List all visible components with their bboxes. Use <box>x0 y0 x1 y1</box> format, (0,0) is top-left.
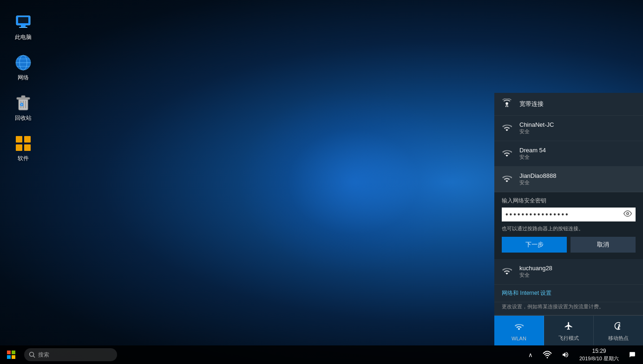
kuchuang-info: kuchuang28 安全 <box>519 265 552 279</box>
broadband-icon <box>502 98 513 110</box>
chinanet-info: ChinaNet-JC 安全 <box>519 121 554 135</box>
desktop-glow <box>237 89 470 275</box>
quick-btn-hotspot[interactable]: 移动热点 <box>594 316 643 345</box>
svg-point-31 <box>627 213 629 215</box>
desktop-icon-recycle-bin[interactable]: ♻ 回收站 <box>5 90 42 126</box>
airplane-label: 飞行模式 <box>558 335 579 342</box>
svg-rect-16 <box>16 136 22 143</box>
taskbar-search[interactable]: 搜索 <box>24 348 117 361</box>
network-icon <box>14 53 33 72</box>
desktop-icon-network[interactable]: 网络 <box>5 50 42 85</box>
net-item-dream[interactable]: Dream 54 安全 <box>494 141 643 167</box>
kuchuang-name: kuchuang28 <box>519 265 552 272</box>
hotspot-label: 移动热点 <box>608 335 629 342</box>
svg-line-25 <box>33 356 35 358</box>
chinanet-name: ChinaNet-JC <box>519 121 554 128</box>
svg-rect-29 <box>507 106 508 107</box>
net-item-chinanet[interactable]: ChinaNet-JC 安全 <box>494 116 643 141</box>
system-tray-area[interactable]: ∧ <box>525 345 537 364</box>
cancel-button[interactable]: 取消 <box>571 237 636 253</box>
software-label: 软件 <box>18 155 29 162</box>
kuchuang-status: 安全 <box>519 272 552 279</box>
desktop-icons: 此电脑 网络 <box>5 9 42 166</box>
svg-rect-23 <box>12 355 15 359</box>
password-section: 输入网络安全密钥 也可以通过按路由器上的按钮连接。 下一步 取消 <box>494 192 643 259</box>
network-label: 网络 <box>18 74 29 82</box>
network-panel: 宽带连接 ChinaNet-JC 安全 Dream 54 安全 <box>494 93 643 345</box>
svg-text:♻: ♻ <box>20 102 24 107</box>
hotspot-icon <box>614 321 623 333</box>
network-settings-link[interactable]: 网络和 Internet 设置 <box>494 285 643 302</box>
chinanet-wifi-icon <box>502 123 513 134</box>
svg-rect-21 <box>12 351 15 354</box>
broadband-info: 宽带连接 <box>519 100 544 108</box>
search-placeholder: 搜索 <box>38 351 49 359</box>
dream-info: Dream 54 安全 <box>519 147 546 161</box>
svg-rect-1 <box>18 17 28 23</box>
clock-area[interactable]: 15:29 2019/8/10 星期六 <box>575 345 623 364</box>
airplane-icon <box>564 321 573 333</box>
desktop-icon-this-pc[interactable]: 此电脑 <box>5 9 42 45</box>
desktop-icon-software[interactable]: 软件 <box>5 130 42 166</box>
password-label: 输入网络安全密钥 <box>502 197 636 205</box>
clock-date: 2019/8/10 星期六 <box>579 355 619 362</box>
svg-point-26 <box>547 357 548 358</box>
quick-btn-wlan[interactable]: WLAN <box>494 316 544 345</box>
jiandiao-name: JianDiao8888 <box>519 172 557 179</box>
recycle-bin-icon: ♻ <box>14 94 33 112</box>
taskbar: 搜索 ∧ 15:29 2019/8/10 星期六 <box>0 345 643 364</box>
taskbar-right: ∧ 15:29 2019/8/10 星期六 <box>525 345 643 364</box>
next-button[interactable]: 下一步 <box>502 237 567 253</box>
this-pc-icon <box>14 13 33 32</box>
svg-rect-3 <box>19 27 27 28</box>
chinanet-status: 安全 <box>519 128 554 135</box>
net-item-jiandiao[interactable]: JianDiao8888 安全 <box>494 167 643 192</box>
net-item-broadband[interactable]: 宽带连接 <box>494 93 643 116</box>
kuchuang-wifi-icon <box>502 266 513 277</box>
svg-rect-2 <box>21 25 26 27</box>
net-item-kuchuang[interactable]: kuchuang28 安全 <box>494 259 643 285</box>
software-icon <box>14 134 33 153</box>
dream-name: Dream 54 <box>519 147 546 154</box>
dream-status: 安全 <box>519 154 546 161</box>
volume-tray-icon[interactable] <box>558 345 573 364</box>
svg-point-24 <box>30 352 34 357</box>
svg-rect-20 <box>7 351 11 354</box>
btn-row: 下一步 取消 <box>502 237 636 253</box>
jiandiao-info: JianDiao8888 安全 <box>519 172 557 186</box>
quick-btn-airplane[interactable]: 飞行模式 <box>544 316 594 345</box>
action-center-icon[interactable] <box>625 345 639 364</box>
this-pc-label: 此电脑 <box>15 33 32 41</box>
jiandiao-wifi-icon <box>502 174 513 185</box>
clock-time: 15:29 <box>592 347 606 355</box>
svg-rect-22 <box>7 355 11 359</box>
svg-rect-18 <box>16 144 22 151</box>
broadband-name: 宽带连接 <box>519 100 544 108</box>
svg-rect-17 <box>24 136 31 143</box>
start-button[interactable] <box>0 345 22 364</box>
network-settings-desc: 更改设置，例如将某连接设置为按流量计费。 <box>494 302 643 315</box>
wlan-label: WLAN <box>512 336 526 341</box>
wlan-icon <box>514 322 524 334</box>
password-input[interactable] <box>502 208 620 221</box>
svg-rect-19 <box>24 144 31 151</box>
svg-rect-11 <box>21 96 25 98</box>
network-tray-icon[interactable] <box>538 345 556 364</box>
show-password-button[interactable] <box>620 208 636 221</box>
recycle-bin-label: 回收站 <box>15 114 32 122</box>
tray-expand-icon: ∧ <box>528 351 533 358</box>
dream-wifi-icon <box>502 148 513 159</box>
svg-rect-28 <box>505 106 506 107</box>
svg-point-27 <box>505 102 508 105</box>
router-hint: 也可以通过按路由器上的按钮连接。 <box>502 225 636 232</box>
jiandiao-status: 安全 <box>519 179 557 186</box>
password-input-row <box>502 208 636 221</box>
svg-rect-30 <box>506 105 507 106</box>
quick-actions: WLAN 飞行模式 移动热点 <box>494 315 643 345</box>
